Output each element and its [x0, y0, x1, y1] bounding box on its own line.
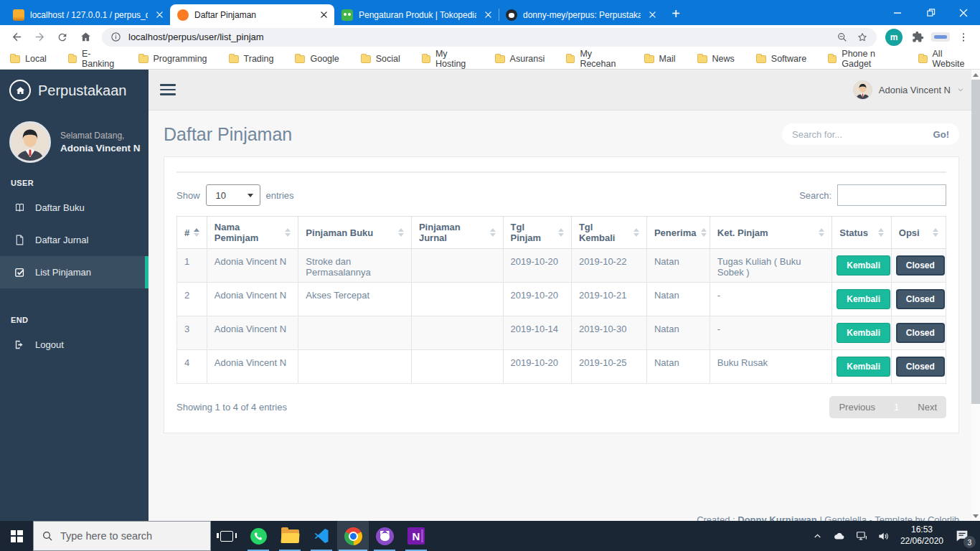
table-cell: Tugas Kuliah ( Buku Sobek ) — [710, 249, 831, 283]
kembali-button[interactable]: Kembali — [837, 357, 890, 377]
user-menu[interactable]: Adonia Vincent N — [853, 80, 964, 100]
column-header-nama-peminjam[interactable]: Nama Peminjam — [207, 217, 298, 249]
menu-toggle-icon[interactable] — [160, 84, 176, 95]
bookmark-folder[interactable]: Local — [10, 54, 47, 64]
zoom-out-icon[interactable] — [837, 32, 848, 43]
footer-author-link[interactable]: Donny Kurniawan — [738, 514, 817, 521]
new-tab-button[interactable]: + — [666, 4, 686, 24]
table-search-input[interactable] — [837, 184, 946, 206]
forward-icon[interactable] — [29, 27, 50, 47]
onenote-button[interactable] — [400, 521, 432, 551]
folder-icon — [697, 55, 707, 63]
closed-button[interactable]: Closed — [896, 255, 945, 276]
vscode-button[interactable] — [306, 521, 337, 551]
page-search-input[interactable] — [792, 129, 933, 140]
column-header-tgl-kembali[interactable]: Tgl Kembali — [571, 217, 646, 249]
close-icon[interactable] — [947, 0, 980, 25]
page-length-select[interactable]: 10 — [206, 184, 260, 206]
site-info-icon[interactable] — [110, 32, 121, 42]
bookmark-folder[interactable]: Mail — [644, 54, 676, 64]
whatsapp-button[interactable] — [242, 521, 274, 551]
scrollbar-thumb[interactable] — [971, 80, 980, 404]
bookmark-folder[interactable]: All Website — [918, 49, 970, 69]
restore-icon[interactable] — [914, 0, 947, 25]
address-bar[interactable]: localhost/perpus/user/list_pinjam — [102, 28, 877, 47]
browser-scrollbar[interactable] — [971, 70, 980, 521]
tab-close-icon[interactable] — [646, 9, 658, 21]
kembali-button[interactable]: Kembali — [837, 323, 890, 343]
bookmark-folder[interactable]: My Recehan — [566, 49, 622, 69]
network-icon[interactable] — [855, 529, 868, 542]
page-1-button[interactable]: 1 — [885, 396, 908, 418]
browser-tab[interactable]: localhost / 127.0.0.1 / perpus_db — [6, 4, 170, 25]
bookmark-folder[interactable]: Social — [361, 54, 400, 64]
bookmark-folder[interactable]: Programming — [138, 54, 207, 64]
bookmark-folder[interactable]: Google — [295, 54, 339, 64]
sidebar-item-logout[interactable]: Logout — [0, 329, 149, 361]
tab-close-icon[interactable] — [482, 9, 494, 21]
column-header-ket-pinjam[interactable]: Ket. Pinjam — [710, 217, 831, 249]
column-header-pinjaman-jurnal[interactable]: Pinjaman Jurnal — [411, 217, 503, 249]
action-center-button[interactable]: 3 — [953, 527, 971, 545]
sidebar-item-daftar-buku[interactable]: Daftar Buku — [0, 192, 149, 224]
extensions-puzzle-icon[interactable] — [907, 27, 928, 47]
browser-tab[interactable]: donny-mey/perpus: Perpustakaa — [499, 4, 663, 25]
previous-button[interactable]: Previous — [829, 396, 885, 418]
github-desktop-button[interactable] — [369, 521, 400, 551]
table-cell: - — [710, 283, 831, 316]
bookmark-label: My Recehan — [580, 49, 622, 69]
kembali-button[interactable]: Kembali — [837, 255, 890, 276]
app-brand[interactable]: Perpustakaan — [0, 70, 149, 111]
bookmark-star-icon[interactable] — [857, 32, 868, 43]
scroll-up-icon[interactable] — [973, 70, 979, 80]
file-explorer-button[interactable] — [274, 521, 306, 551]
column-header-penerima[interactable]: Penerima — [646, 217, 710, 249]
browser-tab[interactable]: Daftar Pinjaman — [170, 4, 334, 25]
kembali-button[interactable]: Kembali — [837, 289, 890, 309]
column-header-tgl-pinjam[interactable]: Tgl Pinjam — [503, 217, 571, 249]
onenote-icon — [407, 527, 425, 545]
tab-close-icon[interactable] — [318, 9, 329, 21]
start-button[interactable] — [0, 521, 33, 551]
table-cell: Natan — [646, 249, 710, 283]
column-header-[interactable]: # — [177, 217, 207, 249]
bookmark-folder[interactable]: Software — [756, 54, 806, 64]
extension-badge-icon[interactable] — [931, 32, 950, 42]
home-icon[interactable] — [75, 27, 96, 47]
onedrive-cloud-icon[interactable] — [832, 529, 846, 543]
sort-icon — [701, 228, 707, 237]
bookmark-folder[interactable]: E-Banking — [68, 49, 117, 69]
chrome-button[interactable] — [337, 521, 369, 551]
sidebar-item-daftar-jurnal[interactable]: Daftar Jurnal — [0, 224, 149, 256]
bookmark-folder[interactable]: My Hosting — [422, 49, 473, 69]
task-view-button[interactable] — [211, 521, 242, 551]
go-button[interactable]: Go! — [933, 129, 949, 140]
closed-button[interactable]: Closed — [896, 357, 945, 377]
scroll-down-icon[interactable] — [973, 511, 979, 521]
profile-avatar[interactable]: m — [885, 29, 903, 46]
minimize-icon[interactable] — [881, 0, 914, 25]
closed-button[interactable]: Closed — [896, 289, 945, 309]
bookmark-folder[interactable]: Trading — [229, 54, 274, 64]
taskbar-clock[interactable]: 16:53 22/06/2020 — [900, 524, 943, 547]
column-header-opsi[interactable]: Opsi — [891, 217, 946, 249]
opsi-cell: Closed — [891, 249, 946, 283]
next-button[interactable]: Next — [908, 396, 946, 418]
tray-chevron-icon[interactable] — [812, 531, 823, 542]
bookmark-folder[interactable]: Asuransi — [495, 54, 545, 64]
reload-icon[interactable] — [52, 27, 73, 47]
tab-close-icon[interactable] — [154, 9, 165, 21]
volume-icon[interactable] — [877, 529, 891, 543]
table-cell: Adonia Vincent N — [207, 283, 298, 316]
column-header-status[interactable]: Status — [832, 217, 892, 249]
column-header-pinjaman-buku[interactable]: Pinjaman Buku — [298, 217, 412, 249]
menu-kebab-icon[interactable] — [953, 27, 974, 47]
back-icon[interactable] — [6, 27, 27, 47]
taskbar-search[interactable] — [33, 521, 211, 551]
browser-tab[interactable]: Pengaturan Produk | Tokopedia — [334, 4, 499, 25]
sidebar-item-list-pinjaman[interactable]: List Pinjaman — [0, 256, 149, 288]
bookmark-folder[interactable]: News — [697, 54, 735, 64]
closed-button[interactable]: Closed — [896, 323, 945, 343]
taskbar-search-input[interactable] — [60, 530, 189, 542]
bookmark-folder[interactable]: Phone n Gadget — [828, 49, 897, 69]
